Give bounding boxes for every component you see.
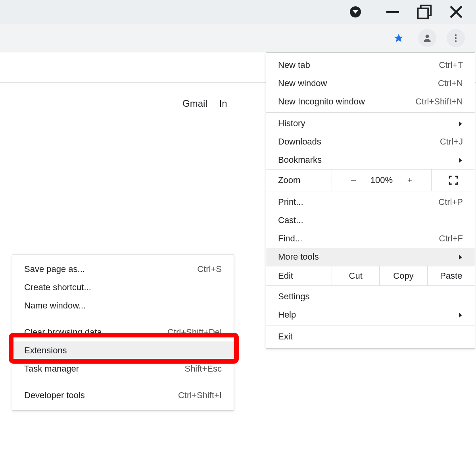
menu-find[interactable]: Find... Ctrl+F bbox=[266, 229, 475, 248]
menu-divider bbox=[12, 319, 234, 319]
menu-label: Print... bbox=[278, 197, 438, 207]
menu-shortcut: Ctrl+N bbox=[438, 78, 463, 89]
menu-label: History bbox=[278, 118, 455, 129]
profile-icon[interactable] bbox=[418, 29, 436, 47]
menu-cast[interactable]: Cast... bbox=[266, 211, 475, 229]
zoom-label: Zoom bbox=[266, 175, 332, 185]
fullscreen-button[interactable] bbox=[431, 170, 475, 191]
menu-label: Save page as... bbox=[24, 264, 197, 274]
window-titlebar bbox=[0, 0, 476, 24]
menu-label: Create shortcut... bbox=[24, 282, 222, 293]
menu-label: Help bbox=[278, 310, 455, 320]
menu-settings[interactable]: Settings bbox=[266, 287, 475, 306]
submenu-create-shortcut[interactable]: Create shortcut... bbox=[12, 278, 234, 297]
menu-edit-row: Edit Cut Copy Paste bbox=[266, 266, 475, 286]
maximize-button[interactable] bbox=[416, 4, 432, 20]
menu-divider bbox=[12, 382, 234, 382]
zoom-out-button[interactable]: – bbox=[347, 175, 359, 185]
svg-point-10 bbox=[455, 40, 457, 42]
menu-shortcut: Ctrl+Shift+I bbox=[178, 390, 222, 401]
edit-copy-label: Copy bbox=[393, 271, 413, 281]
menu-label: Clear browsing data... bbox=[24, 327, 167, 337]
menu-label: Settings bbox=[278, 291, 463, 302]
gmail-link[interactable]: Gmail bbox=[182, 98, 207, 109]
menu-shortcut: Ctrl+P bbox=[438, 197, 463, 207]
submenu-extensions[interactable]: Extensions bbox=[12, 341, 234, 360]
menu-downloads[interactable]: Downloads Ctrl+J bbox=[266, 133, 475, 151]
tab-search-icon[interactable] bbox=[350, 6, 361, 17]
menu-label: More tools bbox=[278, 252, 455, 262]
chevron-right-icon bbox=[458, 155, 463, 165]
edit-cut-button[interactable]: Cut bbox=[332, 266, 379, 285]
images-link-partial[interactable]: In bbox=[219, 98, 227, 109]
menu-label: Bookmarks bbox=[278, 155, 455, 165]
close-button[interactable] bbox=[448, 4, 464, 20]
chrome-menu-icon[interactable] bbox=[447, 29, 465, 47]
menu-label: Extensions bbox=[24, 345, 222, 356]
submenu-save-page[interactable]: Save page as... Ctrl+S bbox=[12, 260, 234, 278]
menu-shortcut: Ctrl+J bbox=[440, 137, 463, 147]
edit-paste-button[interactable]: Paste bbox=[427, 266, 475, 285]
submenu-developer-tools[interactable]: Developer tools Ctrl+Shift+I bbox=[12, 386, 234, 405]
menu-divider bbox=[266, 112, 475, 113]
menu-zoom-row: Zoom – 100% + bbox=[266, 169, 475, 191]
svg-point-8 bbox=[455, 34, 457, 36]
menu-exit[interactable]: Exit bbox=[266, 328, 475, 346]
menu-label: Developer tools bbox=[24, 390, 178, 401]
submenu-name-window[interactable]: Name window... bbox=[12, 297, 234, 315]
menu-label: Task manager bbox=[24, 364, 184, 374]
menu-shortcut: Ctrl+S bbox=[197, 264, 222, 274]
minimize-button[interactable] bbox=[385, 4, 401, 20]
menu-shortcut: Ctrl+F bbox=[439, 233, 463, 244]
menu-label: Downloads bbox=[278, 137, 440, 147]
chrome-main-menu: New tab Ctrl+T New window Ctrl+N New Inc… bbox=[266, 52, 475, 349]
menu-new-tab[interactable]: New tab Ctrl+T bbox=[266, 56, 475, 74]
menu-shortcut: Ctrl+Shift+N bbox=[415, 96, 463, 107]
zoom-in-button[interactable]: + bbox=[404, 175, 416, 185]
submenu-task-manager[interactable]: Task manager Shift+Esc bbox=[12, 360, 234, 378]
menu-label: Find... bbox=[278, 233, 439, 244]
svg-marker-13 bbox=[459, 255, 462, 260]
menu-label: Exit bbox=[278, 331, 463, 342]
menu-bookmarks[interactable]: Bookmarks bbox=[266, 151, 475, 169]
menu-label: New window bbox=[278, 78, 438, 89]
zoom-value: 100% bbox=[370, 175, 393, 185]
edit-copy-button[interactable]: Copy bbox=[379, 266, 427, 285]
menu-help[interactable]: Help bbox=[266, 306, 475, 324]
svg-marker-14 bbox=[459, 313, 462, 318]
menu-print[interactable]: Print... Ctrl+P bbox=[266, 193, 475, 211]
menu-label: New Incognito window bbox=[278, 96, 415, 107]
menu-shortcut: Ctrl+Shift+Del bbox=[167, 327, 222, 337]
menu-label: Name window... bbox=[24, 301, 222, 311]
edit-paste-label: Paste bbox=[440, 271, 462, 281]
menu-label: New tab bbox=[278, 60, 439, 70]
bookmark-star-icon[interactable] bbox=[390, 29, 408, 47]
menu-new-incognito[interactable]: New Incognito window Ctrl+Shift+N bbox=[266, 92, 475, 111]
menu-history[interactable]: History bbox=[266, 114, 475, 133]
menu-shortcut: Ctrl+T bbox=[439, 60, 463, 70]
menu-divider bbox=[266, 326, 475, 326]
svg-point-9 bbox=[455, 37, 457, 39]
edit-cut-label: Cut bbox=[349, 271, 363, 281]
menu-more-tools[interactable]: More tools bbox=[266, 248, 475, 266]
chevron-right-icon bbox=[458, 252, 463, 262]
zoom-controls: – 100% + bbox=[332, 175, 431, 185]
svg-rect-3 bbox=[418, 8, 428, 18]
chevron-right-icon bbox=[458, 118, 463, 129]
submenu-clear-browsing-data[interactable]: Clear browsing data... Ctrl+Shift+Del bbox=[12, 323, 234, 341]
more-tools-submenu: Save page as... Ctrl+S Create shortcut..… bbox=[12, 254, 234, 410]
menu-shortcut: Shift+Esc bbox=[184, 364, 222, 374]
edit-label: Edit bbox=[266, 271, 332, 281]
google-header-links: Gmail In bbox=[182, 98, 227, 109]
svg-point-7 bbox=[426, 35, 429, 38]
svg-marker-0 bbox=[353, 10, 358, 13]
svg-marker-12 bbox=[459, 158, 462, 163]
chevron-right-icon bbox=[458, 310, 463, 320]
menu-label: Cast... bbox=[278, 215, 463, 225]
svg-marker-6 bbox=[394, 34, 403, 42]
svg-marker-11 bbox=[459, 121, 462, 126]
menu-new-window[interactable]: New window Ctrl+N bbox=[266, 74, 475, 92]
browser-toolbar bbox=[0, 24, 476, 52]
